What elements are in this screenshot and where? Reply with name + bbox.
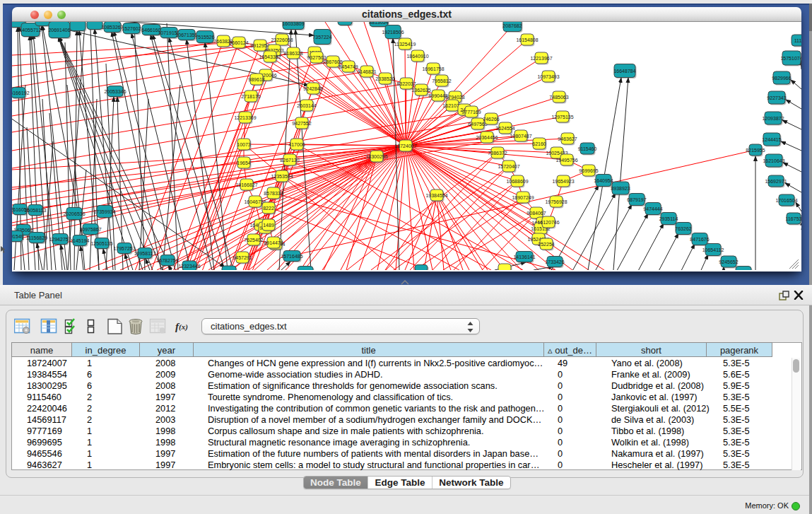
svg-text:10073: 10073 [237,142,251,147]
svg-text:2603144: 2603144 [297,103,316,108]
svg-text:9245652: 9245652 [719,259,738,264]
svg-text:16543382: 16543382 [259,54,281,59]
svg-text:1362635: 1362635 [411,88,430,93]
svg-text:8660124: 8660124 [229,40,248,45]
svg-text:17957253: 17957253 [113,246,135,251]
svg-text:9115460: 9115460 [578,146,597,151]
svg-text:12353594: 12353594 [271,174,293,179]
svg-text:8322037: 8322037 [396,81,416,86]
svg-text:1733426: 1733426 [545,259,564,264]
svg-text:2718176: 2718176 [241,94,260,99]
svg-text:12323446: 12323446 [178,264,200,269]
svg-text:20364456: 20364456 [476,135,498,140]
svg-text:1244415: 1244415 [762,137,781,142]
svg-text:19218506: 19218506 [382,30,404,35]
svg-text:2087682: 2087682 [502,23,522,28]
svg-text:11325419: 11325419 [394,42,416,47]
svg-text:18640910: 18640910 [406,54,428,59]
svg-text:10654112: 10654112 [702,247,724,252]
svg-text:7625402: 7625402 [244,238,263,243]
svg-text:252254: 252254 [538,242,554,247]
svg-text:12093872: 12093872 [762,116,784,121]
svg-text:391549: 391549 [12,234,24,239]
svg-text:9463627: 9463627 [558,136,577,141]
svg-text:9457291: 9457291 [233,255,252,260]
svg-text:12975135: 12975135 [551,115,573,119]
svg-text:15716485: 15716485 [281,254,302,259]
svg-text:7485063: 7485063 [549,95,568,100]
svg-text:19654: 19654 [237,160,251,165]
svg-text:19384554: 19384554 [425,193,447,198]
svg-text:116753: 116753 [786,216,801,221]
svg-text:8267130: 8267130 [280,158,299,163]
svg-text:8912954: 8912954 [250,43,269,48]
svg-text:30975867: 30975867 [79,227,101,232]
svg-text:1145194: 1145194 [71,238,90,243]
svg-text:18724007: 18724007 [394,144,416,148]
svg-text:8186328: 8186328 [283,51,302,56]
svg-text:10853267: 10853267 [101,25,123,30]
svg-text:8454749: 8454749 [339,64,358,69]
svg-text:1112: 1112 [794,38,801,43]
svg-text:20691406: 20691406 [48,28,70,33]
svg-text:746266: 746266 [483,117,499,122]
svg-text:763262: 763262 [675,226,691,231]
svg-text:19166827: 19166827 [235,182,257,187]
svg-text:9227343: 9227343 [767,95,786,100]
svg-text:7515526: 7515526 [195,35,214,40]
svg-text:6794028: 6794028 [445,95,464,100]
svg-text:16782759: 16782759 [156,258,178,263]
svg-text:19654923: 19654923 [552,179,574,184]
svg-text:8813054: 8813054 [369,22,388,25]
svg-text:20053346: 20053346 [104,89,126,94]
svg-text:9146821: 9146821 [357,69,376,74]
svg-text:16033809: 16033809 [282,22,304,26]
svg-text:11156829: 11156829 [26,235,47,240]
svg-text:3624554: 3624554 [495,126,514,131]
svg-text:8578334: 8578334 [264,191,283,196]
svg-text:12213967: 12213967 [530,56,552,61]
svg-text:20206536: 20206536 [63,211,85,216]
svg-text:10671355: 10671355 [175,33,197,37]
svg-text:10958117: 10958117 [134,251,156,256]
svg-text:417006: 417006 [288,142,305,147]
svg-text:(x): (x) [179,322,188,332]
svg-text:9699695: 9699695 [579,168,598,173]
svg-text:9242848: 9242848 [303,86,322,91]
svg-text:6879197: 6879197 [627,197,646,202]
svg-text:16120746: 16120746 [537,220,559,225]
svg-text:8222: 8222 [263,206,274,211]
svg-text:12942757: 12942757 [49,237,71,242]
svg-text:7386372: 7386372 [488,151,507,156]
svg-text:10688609: 10688609 [506,179,528,184]
svg-text:62160: 62160 [532,141,546,146]
svg-text:17359934: 17359934 [93,209,115,214]
svg-text:1640954: 1640954 [594,178,613,183]
svg-text:16648784: 16648784 [613,69,635,74]
svg-text:10973493: 10973493 [537,74,559,79]
svg-text:7955812: 7955812 [432,78,451,83]
svg-text:19756928: 19756928 [545,199,567,204]
svg-text:2935114: 2935114 [659,216,678,221]
svg-text:1489: 1489 [263,223,274,228]
svg-text:7357224: 7357224 [312,35,331,40]
svg-text:9427552: 9427552 [292,121,311,126]
svg-text:9474444: 9474444 [643,206,662,211]
svg-text:14055712: 14055712 [19,28,41,33]
svg-text:15751074: 15751074 [780,56,801,61]
svg-text:2338520: 2338520 [375,76,394,81]
svg-text:15692971: 15692971 [765,179,787,184]
svg-text:17016504: 17016504 [775,198,797,203]
svg-text:15720407: 15720407 [498,164,519,169]
svg-text:12505135: 12505135 [90,241,112,246]
svg-text:1527602: 1527602 [122,26,141,31]
svg-text:16961758: 16961758 [422,66,444,71]
svg-text:8938923: 8938923 [611,186,630,191]
svg-text:8471676: 8471676 [690,237,709,242]
svg-text:989618: 989618 [248,77,264,82]
svg-text:18300295: 18300295 [365,154,387,159]
svg-text:16154808: 16154808 [516,37,538,42]
svg-text:26166192: 26166192 [12,90,30,95]
svg-text:14136141: 14136141 [513,255,535,259]
svg-text:8215955: 8215955 [746,148,765,153]
